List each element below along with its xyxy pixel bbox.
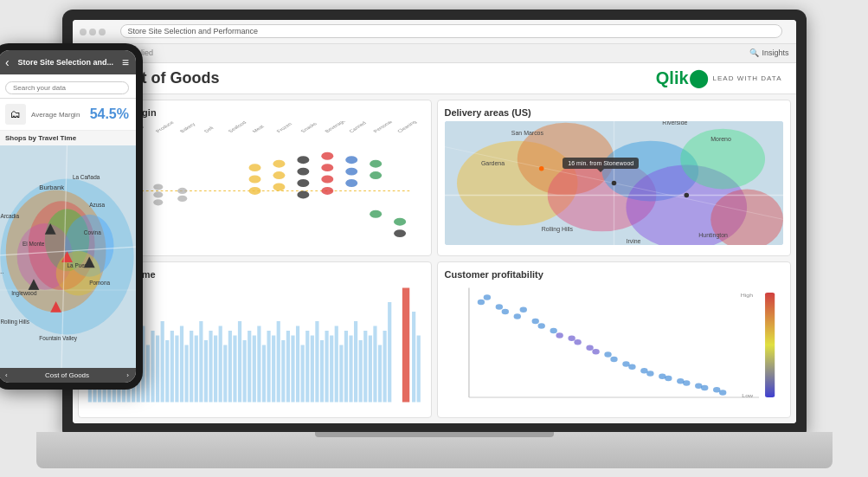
svg-rect-90 — [175, 335, 178, 402]
svg-rect-126 — [349, 335, 352, 402]
svg-rect-112 — [281, 340, 285, 403]
mobile-avg-margin-row: 🗂 Average Margin 54.5% — [0, 99, 136, 131]
mobile-back-btn[interactable]: ‹ — [5, 55, 10, 69]
svg-point-49 — [394, 229, 406, 237]
svg-rect-95 — [199, 321, 203, 403]
svg-point-34 — [297, 156, 309, 164]
svg-point-161 — [665, 375, 672, 381]
svg-rect-91 — [179, 326, 183, 402]
svg-rect-94 — [194, 335, 197, 402]
svg-rect-125 — [344, 331, 347, 403]
svg-rect-123 — [334, 326, 338, 402]
svg-text:Frozen: Frozen — [275, 121, 293, 132]
svg-text:Pomona: Pomona — [89, 280, 110, 286]
qlik-text: Qlik — [656, 68, 689, 87]
svg-point-163 — [683, 380, 690, 386]
svg-rect-98 — [214, 335, 217, 402]
dashboard: Average Margin Organic Dairy Produce Bak… — [73, 94, 796, 423]
svg-rect-89 — [170, 331, 173, 403]
svg-point-36 — [297, 179, 309, 187]
svg-text:Gardena: Gardena — [480, 159, 504, 165]
svg-point-38 — [321, 151, 333, 159]
svg-rect-114 — [291, 335, 294, 402]
svg-rect-92 — [184, 345, 188, 402]
svg-point-141 — [483, 294, 490, 300]
svg-text:Seafood: Seafood — [227, 121, 247, 133]
laptop: Store Site Selection and Performance No … — [36, 10, 833, 468]
svg-point-157 — [628, 364, 635, 370]
svg-point-42 — [345, 156, 357, 164]
svg-rect-100 — [223, 345, 227, 402]
svg-point-43 — [345, 167, 357, 175]
svg-point-33 — [273, 183, 285, 190]
svg-point-152 — [586, 345, 593, 351]
svg-point-37 — [297, 190, 309, 198]
svg-rect-102 — [233, 335, 236, 402]
svg-text:Fountain Valley: Fountain Valley — [39, 335, 77, 342]
svg-rect-96 — [203, 340, 207, 403]
svg-point-147 — [537, 323, 544, 329]
mobile-footer-next[interactable]: › — [126, 371, 129, 379]
laptop-screen: Store Site Selection and Performance No … — [73, 20, 796, 423]
insights-btn[interactable]: 🔍 Insights — [749, 48, 788, 57]
svg-rect-84 — [145, 345, 149, 402]
svg-point-35 — [297, 167, 309, 175]
svg-rect-122 — [330, 335, 333, 402]
svg-rect-127 — [354, 321, 357, 403]
mobile-search-input[interactable] — [5, 81, 129, 94]
svg-rect-121 — [325, 331, 328, 403]
mobile-avg-label: Average Margin — [31, 111, 80, 119]
laptop-base — [36, 432, 833, 468]
map-tooltip: 16 min. from Stonewood — [563, 158, 639, 169]
mobile-footer-title: Cost of Goods — [45, 371, 89, 379]
svg-rect-107 — [257, 326, 260, 402]
svg-rect-136 — [412, 312, 415, 403]
laptop-bezel: Store Site Selection and Performance No … — [62, 10, 807, 434]
svg-text:Rolling Hills: Rolling Hills — [541, 226, 573, 233]
svg-text:Cleaning: Cleaning — [395, 121, 417, 133]
svg-point-70 — [611, 180, 616, 185]
svg-rect-110 — [272, 335, 275, 402]
svg-point-71 — [684, 192, 689, 197]
svg-rect-113 — [286, 331, 289, 403]
svg-point-155 — [610, 356, 617, 362]
svg-rect-115 — [295, 326, 299, 402]
svg-rect-131 — [373, 326, 376, 402]
svg-point-178 — [56, 251, 100, 295]
svg-point-154 — [604, 351, 611, 358]
svg-point-145 — [519, 306, 526, 313]
mobile-map: Burbank La Cañada Arcadia Azusa El Monte… — [0, 145, 136, 368]
svg-rect-104 — [242, 340, 246, 403]
svg-text:Azusa: Azusa — [89, 202, 105, 208]
mobile-avg-value: 54.5% — [90, 106, 129, 122]
mobile-screen: ‹ Store Site Selection and... ≡ 🗂 Averag… — [0, 50, 136, 383]
svg-text:Snacks: Snacks — [299, 121, 318, 133]
svg-point-159 — [646, 371, 653, 377]
svg-rect-97 — [209, 331, 212, 403]
svg-point-167 — [718, 390, 725, 396]
svg-rect-103 — [237, 321, 241, 403]
header-right: Qlik⬤ LEAD WITH DATA — [656, 68, 782, 88]
delivery-areas-card: Delivery areas (US) — [437, 100, 791, 256]
mobile-map-section-title: Shops by Travel Time — [0, 131, 136, 145]
svg-text:Personal: Personal — [371, 121, 393, 133]
svg-point-166 — [713, 386, 720, 392]
svg-point-29 — [248, 175, 260, 183]
browser-address-bar: Store Site Selection and Performance — [120, 24, 782, 38]
svg-text:Covina: Covina — [84, 229, 101, 235]
mobile-footer-prev[interactable]: ‹ — [5, 371, 8, 379]
svg-point-47 — [370, 209, 382, 217]
svg-point-143 — [501, 308, 508, 314]
svg-rect-93 — [190, 331, 193, 403]
svg-rect-99 — [218, 326, 222, 402]
svg-point-69 — [538, 165, 543, 171]
svg-text:Rolling Hills: Rolling Hills — [0, 319, 29, 326]
delivery-map: San Marcos Corona Riverside Moreno Garde… — [445, 121, 783, 245]
svg-point-39 — [321, 164, 333, 171]
svg-point-46 — [370, 171, 382, 179]
lead-with-data: LEAD WITH DATA — [713, 74, 782, 82]
mobile-menu-icon[interactable]: ≡ — [122, 55, 129, 69]
address-text: Store Site Selection and Performance — [128, 27, 259, 35]
svg-rect-88 — [165, 340, 169, 403]
svg-point-153 — [592, 348, 599, 354]
